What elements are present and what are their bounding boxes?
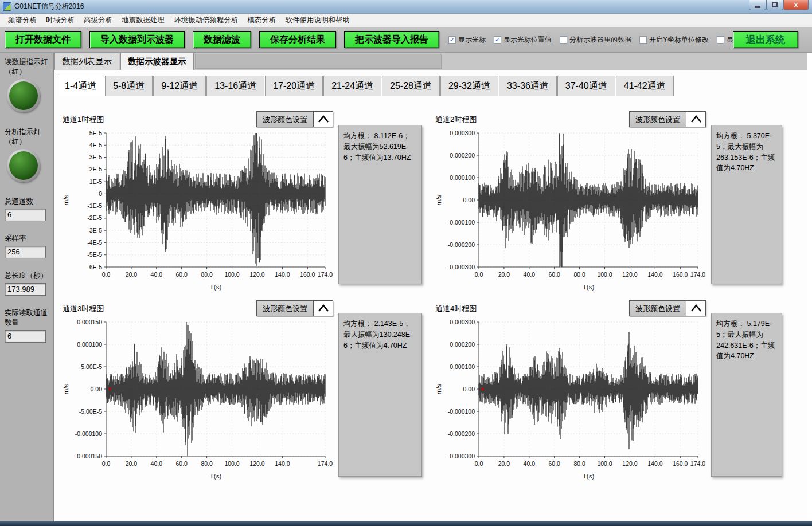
svg-text:120.0: 120.0 — [622, 271, 637, 278]
menu-item-advanced-analysis[interactable]: 高级分析 — [79, 14, 117, 27]
svg-text:0.000100: 0.000100 — [77, 341, 102, 348]
chart2-waveform-color-button[interactable]: 波形颜色设置 — [629, 111, 706, 127]
tabrow-filler — [195, 54, 442, 69]
chart1-waveform-plot[interactable]: 5E-54E-53E-52E-51E-50-1E-5-2E-5-3E-5-4E-… — [60, 128, 334, 293]
svg-text:80.0: 80.0 — [573, 460, 585, 467]
menu-item-spectrum-analysis[interactable]: 频谱分析 — [3, 14, 41, 27]
chevron-up-icon[interactable] — [686, 112, 705, 127]
svg-text:3E-5: 3E-5 — [89, 154, 102, 160]
checkbox-icon: ✓ — [639, 36, 647, 44]
chart4-waveform-color-button[interactable]: 波形颜色设置 — [629, 300, 706, 316]
chart1-waveform-color-button[interactable]: 波形颜色设置 — [256, 111, 333, 127]
menu-item-seismic-data-processing[interactable]: 地震数据处理 — [117, 14, 169, 27]
tab-channels-17-20[interactable]: 17-20通道 — [265, 76, 323, 96]
checkbox-enable-y-unit-edit[interactable]: ✓ 开启Y坐标单位修改 — [639, 35, 709, 45]
svg-text:60.0: 60.0 — [549, 271, 561, 278]
chart3-header: 通道3时程图 波形颜色设置 — [60, 300, 334, 316]
svg-text:-4E-5: -4E-5 — [87, 239, 102, 246]
actual-read-channels-label: 实际读取通道数量 — [5, 308, 50, 328]
chevron-up-icon[interactable] — [313, 112, 333, 127]
chart3-waveform-plot[interactable]: 0.0001500.0001005.00E-50.00-5.00E-5-0.00… — [60, 317, 334, 482]
data-filter-button[interactable]: 数据滤波 — [193, 31, 251, 48]
tab-channels-5-8[interactable]: 5-8通道 — [105, 76, 153, 96]
svg-text:80.0: 80.0 — [201, 460, 213, 467]
svg-text:20.0: 20.0 — [126, 460, 138, 467]
chart4-stats: 均方根： 5.179E-5；最大振幅为242.631E-6；主频值为4.70HZ — [711, 313, 782, 477]
chart2-title: 通道2时程图 — [435, 115, 477, 125]
minimize-button[interactable] — [749, 0, 766, 10]
svg-text:T(s): T(s) — [583, 284, 595, 291]
svg-text:-0.000100: -0.000100 — [75, 430, 102, 437]
tab-channels-33-36[interactable]: 33-36通道 — [499, 76, 557, 96]
svg-text:20.0: 20.0 — [498, 460, 510, 467]
svg-text:m/s: m/s — [435, 194, 442, 205]
chart4-waveform-plot[interactable]: 0.0003000.0002000.0001000.00-0.000100-0.… — [433, 317, 707, 482]
svg-text:100.0: 100.0 — [224, 460, 239, 467]
svg-text:0.000100: 0.000100 — [450, 363, 475, 370]
save-analysis-results-button[interactable]: 保存分析结果 — [259, 31, 336, 48]
svg-text:100.0: 100.0 — [224, 271, 239, 278]
total-channels-field[interactable]: 6 — [5, 209, 46, 221]
svg-text:-0.000300: -0.000300 — [448, 264, 475, 270]
tab-channels-1-4[interactable]: 1-4通道 — [57, 76, 104, 96]
chart1-header: 通道1时程图 波形颜色设置 — [60, 111, 334, 127]
svg-text:0.0: 0.0 — [102, 271, 111, 278]
svg-text:0.000200: 0.000200 — [450, 341, 475, 348]
svg-text:174.0: 174.0 — [318, 460, 333, 467]
svg-text:100.0: 100.0 — [597, 271, 612, 278]
tab-channels-21-24[interactable]: 21-24通道 — [323, 76, 381, 96]
import-data-to-scope-button[interactable]: 导入数据到示波器 — [89, 31, 185, 48]
svg-text:60.0: 60.0 — [549, 460, 561, 467]
svg-text:0.0: 0.0 — [102, 460, 111, 467]
checkbox-analyze-scope-data[interactable]: ✓ 分析示波器里的数据 — [560, 35, 631, 45]
chevron-up-icon[interactable] — [313, 301, 333, 316]
tab-data-scope-display[interactable]: 数据示波器显示 — [120, 53, 194, 70]
right-edge — [807, 53, 812, 521]
exit-system-button[interactable]: 退出系统 — [733, 31, 798, 48]
tab-channels-13-16[interactable]: 13-16通道 — [206, 76, 264, 96]
chart3-waveform-color-button[interactable]: 波形颜色设置 — [256, 300, 333, 316]
tab-channels-37-40[interactable]: 37-40通道 — [557, 76, 615, 96]
tab-channels-41-42[interactable]: 41-42通道 — [616, 76, 674, 96]
svg-text:0.000200: 0.000200 — [450, 152, 475, 159]
checkbox-show-cursor[interactable]: ✓ 显示光标 — [448, 35, 486, 45]
svg-text:0.000100: 0.000100 — [450, 174, 475, 181]
menu-item-time-domain-analysis[interactable]: 时域分析 — [41, 14, 79, 27]
svg-text:120.0: 120.0 — [622, 460, 637, 467]
svg-text:0.0: 0.0 — [475, 460, 483, 467]
tab-channels-9-12[interactable]: 9-12通道 — [153, 76, 206, 96]
menu-item-modal-analysis[interactable]: 模态分析 — [243, 14, 281, 27]
svg-text:60.0: 60.0 — [176, 271, 188, 278]
menu-item-help[interactable]: 软件使用说明和帮助 — [281, 14, 355, 27]
window-title: G01NET信号分析2016 — [14, 2, 84, 11]
checkbox-show-cursor-position[interactable]: ✓ 显示光标位置值 — [494, 35, 552, 45]
menu-item-octave-analysis[interactable]: 环境振动倍频程分析 — [169, 14, 243, 27]
svg-text:T(s): T(s) — [210, 284, 222, 291]
tab-data-list-display[interactable]: 数据列表显示 — [54, 53, 119, 70]
chart2-stats: 均方根： 5.370E-5；最大振幅为263.153E-6；主频值为4.70HZ — [711, 125, 782, 284]
checkbox-icon: ✓ — [717, 36, 724, 44]
chart4-header: 通道4时程图 波形颜色设置 — [433, 300, 707, 316]
svg-text:-0.000200: -0.000200 — [448, 241, 475, 248]
close-button[interactable]: X — [783, 0, 809, 10]
svg-text:5E-5: 5E-5 — [89, 129, 102, 136]
chart2-waveform-plot[interactable]: 0.0003000.0002000.0001000.00-0.000100-0.… — [433, 128, 707, 293]
sample-rate-field[interactable]: 256 — [5, 246, 46, 258]
svg-text:-5E-5: -5E-5 — [87, 251, 102, 258]
chevron-up-icon[interactable] — [686, 301, 705, 316]
open-data-file-button[interactable]: 打开数据文件 — [5, 31, 81, 48]
svg-text:-0.000200: -0.000200 — [448, 430, 475, 437]
actual-read-channels-field[interactable]: 6 — [5, 330, 46, 343]
export-scope-to-report-button[interactable]: 把示波器导入报告 — [344, 31, 439, 48]
svg-text:0.00: 0.00 — [463, 386, 475, 392]
tab-channels-29-32[interactable]: 29-32通道 — [440, 76, 498, 96]
total-length-field[interactable]: 173.989 — [5, 283, 46, 296]
chart3-title: 通道3时程图 — [63, 304, 104, 314]
svg-text:40.0: 40.0 — [524, 271, 536, 278]
svg-text:m/s: m/s — [63, 383, 69, 394]
toolbar: 打开数据文件 导入数据到示波器 数据滤波 保存分析结果 把示波器导入报告 ✓ 显… — [0, 28, 812, 53]
svg-text:174.0: 174.0 — [690, 460, 705, 467]
maximize-button[interactable] — [766, 0, 783, 10]
tab-channels-25-28[interactable]: 25-28通道 — [382, 76, 440, 96]
taskbar-edge — [0, 521, 812, 526]
